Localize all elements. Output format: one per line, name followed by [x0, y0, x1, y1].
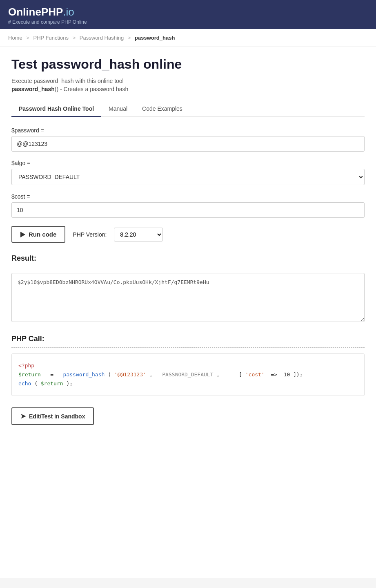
func-name-bold: password_hash — [11, 86, 55, 92]
tab-online-tool[interactable]: Password Hash Online Tool — [11, 101, 101, 117]
php-array-open: [ — [239, 371, 242, 378]
php-comma1: , — [149, 371, 159, 378]
php-call-line1: <?php — [18, 361, 358, 370]
cost-field-group: $cost = — [11, 193, 365, 218]
php-array-close: ]); — [293, 371, 303, 378]
php-call-line3: echo ( $return ); — [18, 379, 358, 388]
php-return-var: $return — [18, 371, 41, 378]
breadcrumb-sep-2: > — [73, 35, 76, 41]
php-call-heading: PHP Call: — [11, 335, 365, 343]
arrow-right-icon: ➤ — [20, 412, 26, 420]
php-call-line2: $return = password_hash ( '@@123123' , P… — [18, 370, 358, 379]
php-call-section: PHP Call: <?php $return = password_hash … — [11, 335, 365, 396]
run-button[interactable]: Run code — [11, 226, 65, 243]
php-assign: = — [44, 371, 60, 378]
php-arg2: PASSWORD_DEFAULT — [162, 371, 213, 378]
breadcrumb-php-functions[interactable]: PHP Functions — [33, 35, 69, 41]
php-arg4: 10 — [284, 371, 290, 378]
cost-label: $cost = — [11, 193, 365, 200]
cost-input[interactable] — [11, 202, 365, 218]
run-row: Run code PHP Version: 8.2.20 8.1.0 8.0.0… — [11, 226, 365, 243]
page-title: Test password_hash online — [11, 57, 365, 72]
tab-manual[interactable]: Manual — [101, 101, 135, 117]
tab-bar: Password Hash Online Tool Manual Code Ex… — [11, 101, 365, 117]
breadcrumb-sep-1: > — [26, 35, 29, 41]
play-icon — [20, 232, 25, 237]
site-logo[interactable]: OnlinePHP.io — [8, 6, 368, 18]
php-open-paren: ( — [108, 371, 111, 378]
sandbox-button[interactable]: ➤ Edit/Test in Sandbox — [11, 407, 94, 425]
php-arg1: '@@123123' — [114, 371, 146, 378]
result-section: Result: $2y$10$vpb8ED0bzNHRORUx4OVVAu/Co… — [11, 254, 365, 335]
php-func-name: password_hash — [63, 371, 105, 378]
php-arg3: 'cost' — [245, 371, 265, 378]
algo-field-group: $algo = PASSWORD_DEFAULT PASSWORD_BCRYPT… — [11, 160, 365, 185]
php-version-label: PHP Version: — [73, 231, 107, 238]
php-echo-open: ( — [34, 380, 38, 387]
site-header: OnlinePHP.io # Execute and compare PHP O… — [0, 0, 376, 29]
tab-code-examples[interactable]: Code Examples — [135, 101, 190, 117]
sandbox-button-label: Edit/Test in Sandbox — [29, 413, 85, 420]
logo-suffix: .io — [63, 6, 74, 18]
breadcrumb-password-hashing[interactable]: Password Hashing — [80, 35, 124, 41]
algo-select[interactable]: PASSWORD_DEFAULT PASSWORD_BCRYPT PASSWOR… — [11, 169, 365, 185]
page-description-line2: password_hash() - Creates a password has… — [11, 86, 365, 92]
php-comma2: , — [216, 371, 236, 378]
breadcrumb-home[interactable]: Home — [8, 35, 22, 41]
php-echo-close: ); — [66, 380, 73, 387]
logo-main: OnlinePHP — [8, 6, 63, 18]
result-divider — [11, 267, 365, 267]
php-arrow: => — [268, 371, 280, 378]
algo-label: $algo = — [11, 160, 365, 166]
php-echo-var: $return — [41, 380, 63, 387]
php-version-select[interactable]: 8.2.20 8.1.0 8.0.0 7.4.0 7.3.0 — [114, 228, 163, 241]
breadcrumb: Home > PHP Functions > Password Hashing … — [0, 29, 376, 47]
result-heading: Result: — [11, 254, 365, 263]
php-echo-func: echo — [18, 380, 31, 387]
php-open-tag: <?php — [18, 362, 34, 369]
result-output[interactable]: $2y$10$vpb8ED0bzNHRORUx4OVVAu/Co.pkxUusO… — [11, 273, 365, 322]
password-input[interactable] — [11, 136, 365, 152]
breadcrumb-sep-3: > — [128, 35, 131, 41]
password-label: $password = — [11, 127, 365, 134]
password-field-group: $password = — [11, 127, 365, 152]
page-description-line1: Execute password_hash with this online t… — [11, 78, 365, 84]
func-desc: () - Creates a password hash — [55, 86, 129, 92]
php-call-box: <?php $return = password_hash ( '@@12312… — [11, 353, 365, 396]
site-tagline: # Execute and compare PHP Online — [8, 19, 368, 25]
php-call-divider — [11, 347, 365, 348]
main-content: Test password_hash online Execute passwo… — [0, 47, 376, 578]
run-button-label: Run code — [29, 231, 56, 238]
breadcrumb-current: password_hash — [135, 35, 175, 41]
